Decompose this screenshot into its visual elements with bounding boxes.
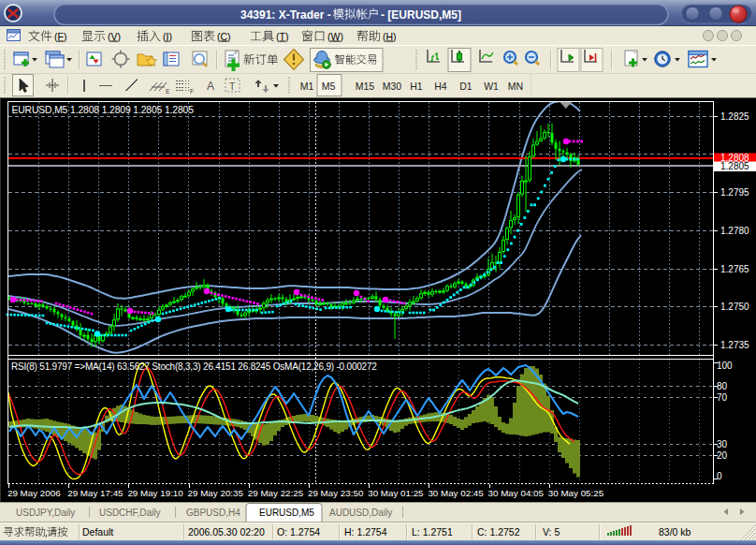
svg-text:F: F (190, 88, 194, 95)
svg-text:H4: H4 (434, 81, 447, 92)
svg-text:EURUSD,M5 1.2808 1.2809 1.280: EURUSD,M5 1.2808 1.2809 1.2805 1.2805 (12, 105, 195, 115)
svg-text:(W): (W) (327, 31, 343, 42)
svg-text:(V): (V) (108, 31, 121, 42)
svg-text:- [EURUSD,M5]: - [EURUSD,M5] (381, 8, 461, 22)
svg-text:29 May 2006: 29 May 2006 (7, 488, 61, 498)
svg-text:M15: M15 (356, 81, 375, 92)
svg-text:(C): (C) (217, 31, 231, 42)
svg-text:M30: M30 (383, 81, 402, 92)
svg-text:83/0 kb: 83/0 kb (659, 526, 691, 538)
svg-text:(T): (T) (276, 31, 288, 42)
svg-text:30: 30 (717, 439, 728, 449)
svg-text:29 May 20:35: 29 May 20:35 (188, 488, 244, 498)
svg-text:(I): (I) (163, 31, 172, 42)
svg-text:30 May 02:45: 30 May 02:45 (428, 488, 484, 498)
svg-text:29 May 17:45: 29 May 17:45 (67, 488, 124, 498)
svg-text:H: 1.2754: H: 1.2754 (344, 526, 387, 538)
svg-text:1.2765: 1.2765 (720, 264, 749, 274)
svg-text:M1: M1 (300, 81, 314, 92)
svg-text:USDJPY,Daily: USDJPY,Daily (16, 508, 75, 518)
svg-text:E: E (166, 88, 170, 95)
svg-text:29 May 22:25: 29 May 22:25 (248, 488, 304, 498)
svg-text:RSI(8) 51.9797 =>MA(14) 63.56: RSI(8) 51.9797 =>MA(14) 63.5627 Stoch(8,… (11, 361, 377, 372)
svg-text:1.2735: 1.2735 (720, 340, 749, 350)
svg-text:20: 20 (717, 450, 728, 461)
svg-text:T: T (229, 81, 236, 92)
svg-text:D1: D1 (459, 81, 472, 92)
svg-text:29 May 23:50: 29 May 23:50 (308, 488, 364, 498)
svg-text:1.2825: 1.2825 (720, 111, 749, 122)
svg-text:W1: W1 (484, 81, 499, 92)
svg-text:30 May 04:05: 30 May 04:05 (488, 488, 545, 498)
svg-text:M5: M5 (322, 81, 336, 92)
svg-text:O: 1.2754: O: 1.2754 (277, 526, 320, 538)
svg-text:(H): (H) (383, 31, 397, 42)
svg-text:GBPUSD,H4: GBPUSD,H4 (186, 508, 240, 518)
svg-text:30 May 01:25: 30 May 01:25 (368, 488, 424, 498)
svg-text:(F): (F) (54, 31, 66, 42)
svg-text:2006.05.30 02:20: 2006.05.30 02:20 (188, 526, 265, 538)
svg-text:AUDUSD,Daily: AUDUSD,Daily (329, 508, 392, 518)
svg-text:C: 1.2752: C: 1.2752 (477, 526, 520, 538)
svg-text:1.2780: 1.2780 (720, 226, 749, 236)
svg-text:EURUSD,M5: EURUSD,M5 (259, 508, 314, 518)
svg-text:30 May 05:25: 30 May 05:25 (548, 488, 604, 498)
svg-text:V: 5: V: 5 (543, 526, 560, 538)
svg-text:MN: MN (508, 81, 523, 92)
svg-text:Default: Default (82, 526, 113, 538)
svg-text:0: 0 (717, 471, 722, 481)
svg-text:1.2805: 1.2805 (720, 161, 749, 171)
svg-text:H1: H1 (410, 81, 423, 92)
svg-text:L: 1.2751: L: 1.2751 (412, 526, 453, 538)
svg-text:USDCHF,Daily: USDCHF,Daily (99, 508, 161, 518)
svg-text:29 May 19:10: 29 May 19:10 (127, 488, 183, 498)
svg-text:100: 100 (717, 361, 733, 371)
svg-text:1.2750: 1.2750 (720, 302, 749, 312)
svg-text:1.2795: 1.2795 (720, 187, 749, 198)
svg-text:80: 80 (717, 381, 728, 391)
svg-text:A: A (207, 80, 214, 93)
svg-text:70: 70 (717, 392, 728, 403)
svg-text:34391: X-Trader -: 34391: X-Trader - (240, 8, 331, 22)
